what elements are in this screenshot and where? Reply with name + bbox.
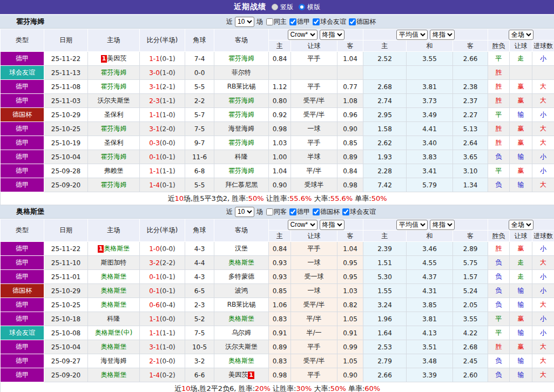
rank-badge: 1: [101, 55, 107, 63]
result-goals: 大: [532, 178, 554, 192]
away-team-link[interactable]: 汉堡: [235, 245, 248, 252]
corner-count: 6-6: [185, 368, 214, 382]
scope-select-0[interactable]: 全场: [509, 30, 533, 40]
away-team-link[interactable]: 波鸿: [235, 287, 248, 294]
home-team-link[interactable]: 霍芬海姆: [101, 153, 127, 160]
header-group-result_group: 全场: [488, 219, 554, 231]
away-team-link[interactable]: 霍芬海姆: [228, 55, 254, 62]
away-team-link[interactable]: 沃尔夫斯堡: [225, 343, 258, 350]
checkbox-德国杯[interactable]: [313, 208, 320, 215]
result-outcome: 平: [488, 164, 510, 178]
away-team-link[interactable]: 多特蒙德: [228, 273, 254, 280]
away-team-link[interactable]: 奥格斯堡: [228, 259, 254, 266]
result-outcome: 负: [488, 284, 510, 298]
odds-source-select-1[interactable]: 终指: [320, 30, 344, 40]
home-team-link[interactable]: 斯图加特: [101, 259, 127, 266]
away-team-link[interactable]: 霍芬海姆: [228, 139, 254, 146]
checkbox-球会友谊[interactable]: [313, 18, 320, 25]
home-team-link[interactable]: 霍芬海姆: [101, 181, 127, 188]
result-handicap: 输: [510, 354, 532, 368]
filter-checkbox-球会友谊[interactable]: 球会友谊: [313, 17, 346, 26]
view-option-horizontal[interactable]: 横版: [299, 3, 320, 12]
match-count-select[interactable]: 10: [235, 17, 254, 27]
scope-select-0[interactable]: 全场: [509, 220, 533, 230]
home-team-link[interactable]: 海登海姆: [101, 357, 127, 364]
checkbox-德甲[interactable]: [289, 208, 296, 215]
away-team-link[interactable]: 乌尔姆: [232, 329, 251, 336]
home-team-link[interactable]: 霍芬海姆: [101, 125, 127, 132]
checkbox-德国杯[interactable]: [349, 18, 356, 25]
filter-checkbox-德国杯[interactable]: 德国杯: [349, 17, 376, 26]
away-team-link[interactable]: 奥格斯堡: [228, 315, 254, 322]
checkbox-同客[interactable]: [266, 208, 273, 215]
filter-checkbox-德国杯[interactable]: 德国杯: [313, 207, 340, 217]
home-team-link[interactable]: 圣保利: [104, 139, 124, 146]
avg-draw: 5.79: [407, 178, 453, 192]
filter-checkbox-同主[interactable]: 同主: [266, 17, 287, 26]
odds-source-select-0[interactable]: Crow*: [288, 220, 317, 230]
checkbox-同主[interactable]: [266, 18, 273, 25]
match-type-badge: 德甲: [1, 150, 44, 164]
team-name[interactable]: 奥格斯堡: [16, 207, 44, 217]
away-team-link[interactable]: RB莱比锡: [227, 83, 256, 90]
home-team-link[interactable]: 奥格斯堡: [104, 245, 130, 252]
radio-horizontal-icon[interactable]: [299, 4, 305, 10]
filter-checkbox-球会友谊[interactable]: 球会友谊: [342, 207, 376, 217]
away-team-link[interactable]: 科隆: [235, 153, 248, 160]
avg-source-select-1[interactable]: 终指: [430, 30, 455, 40]
filter-checkbox-德甲[interactable]: 德甲: [289, 17, 310, 26]
result-goals: 大: [532, 368, 554, 382]
away-team-link[interactable]: 霍芬海姆: [228, 167, 254, 174]
summary-segment: 50%: [248, 194, 264, 202]
fulltime-score: 3-1: [149, 83, 160, 91]
halftime-score: (1-1): [160, 167, 175, 175]
odds-source-select-1[interactable]: 终指: [320, 220, 344, 230]
odds-handicap: 受平/半: [291, 354, 337, 368]
filter-checkbox-同客[interactable]: 同客: [266, 207, 287, 217]
home-team-link[interactable]: 奥格斯堡: [101, 371, 127, 379]
table-head: 类型日期主场比分(半场)角球客场Crow*终指平均值终指全场主让球客主和客胜负让…: [1, 29, 554, 52]
away-team-link[interactable]: 拜仁慕尼黑: [225, 181, 258, 188]
checkbox-label: 同客: [274, 207, 287, 217]
away-team-link[interactable]: 菲尔特: [232, 69, 251, 76]
radio-vertical-icon[interactable]: [272, 4, 278, 10]
avg-source-select-1[interactable]: 终指: [430, 220, 455, 230]
away-team-link[interactable]: 霍芬海姆: [228, 97, 254, 104]
match-date: 25-10-04: [44, 340, 88, 354]
home-team-link[interactable]: 霍芬海姆: [101, 83, 127, 90]
away-team-link[interactable]: 海登海姆: [228, 125, 254, 132]
top-bar: 近期战绩 竖版 横版: [0, 0, 554, 14]
home-team-link[interactable]: 美因茨: [107, 55, 126, 62]
avg-source-select-0[interactable]: 平均值: [396, 30, 428, 40]
home-team-link[interactable]: 奥格斯堡(中): [95, 329, 132, 336]
away-team-link[interactable]: 奥格斯堡: [228, 357, 254, 364]
match-date: 25-10-18: [44, 312, 88, 326]
avg-source-select-0[interactable]: 平均值: [396, 220, 428, 230]
home-team-link[interactable]: 沃尔夫斯堡: [98, 97, 130, 104]
checkbox-德甲[interactable]: [289, 18, 296, 25]
view-option-vertical[interactable]: 竖版: [272, 3, 293, 12]
home-team-link[interactable]: 奥格斯堡: [101, 343, 127, 350]
score-cell: 3-1(2-1): [140, 80, 185, 94]
home-team-link[interactable]: 圣保利: [104, 111, 124, 118]
home-team-link[interactable]: 霍芬海姆: [101, 69, 127, 76]
away-team-link[interactable]: RB莱比锡: [227, 301, 256, 308]
score-cell: 0-6(0-4): [140, 298, 185, 312]
checkbox-球会友谊[interactable]: [342, 208, 349, 215]
match-count-select[interactable]: 10: [235, 207, 254, 217]
filter-checkbox-德甲[interactable]: 德甲: [289, 207, 310, 217]
away-team-link[interactable]: 美因茨: [228, 371, 248, 379]
score-cell: 1-1(1-1): [140, 326, 185, 340]
odds-handicap: 受平/半: [291, 94, 337, 108]
home-team-link[interactable]: 弗赖堡: [104, 167, 124, 174]
team-name[interactable]: 霍芬海姆: [16, 17, 44, 26]
avg-home: 5.30: [363, 270, 407, 284]
away-team-link[interactable]: 霍芬海姆: [228, 111, 254, 118]
home-team-link[interactable]: 奥格斯堡: [101, 273, 127, 280]
odds-source-select-0[interactable]: Crow*: [288, 30, 317, 40]
filter-suffix-label: 场: [256, 17, 263, 26]
home-team: 弗赖堡: [88, 164, 140, 178]
home-team-link[interactable]: 奥格斯堡: [101, 301, 127, 308]
home-team-link[interactable]: 科隆: [107, 315, 120, 322]
home-team-link[interactable]: 奥格斯堡: [101, 287, 127, 294]
